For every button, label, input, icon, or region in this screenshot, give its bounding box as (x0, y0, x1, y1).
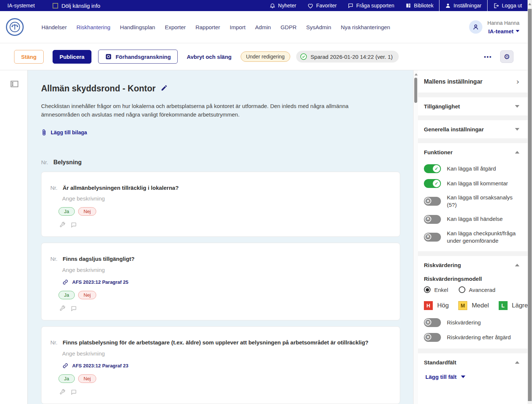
toggle-label: Kan lägga checkpunkt/fråga under genomfö… (447, 230, 522, 245)
nav-item-gdpr[interactable]: GDPR (281, 24, 297, 30)
toggle-risk-assessment[interactable]: ✕ (424, 318, 441, 327)
wrench-icon[interactable] (59, 389, 66, 395)
toggle-knob-x-icon: ✕ (425, 216, 431, 222)
risk-levels: H Hög M Medel L Lägre (418, 298, 528, 315)
question-tools (59, 389, 391, 395)
collapse-sidebar-button[interactable] (10, 82, 19, 88)
regulation-link-label: AFS 2023:12 Paragraf 25 (72, 279, 128, 285)
toggle-knob-x-icon: ✕ (425, 319, 431, 326)
team-selector[interactable]: IA-teamet (488, 28, 519, 34)
risk-header[interactable]: Riskvärdering (418, 256, 528, 274)
question-text[interactable]: Finns platsbelysning för de arbetstagare… (63, 339, 368, 347)
nav-item-admin[interactable]: Admin (255, 24, 271, 30)
description-placeholder[interactable]: Ange beskrivning (62, 195, 391, 202)
answer-yes-chip[interactable]: Ja (58, 207, 75, 216)
settings-button[interactable]: Inställningar (439, 0, 487, 11)
availability-header[interactable]: Tillgänglighet (418, 97, 528, 115)
company-logo[interactable] (6, 18, 24, 36)
preview-button[interactable]: Förhandsgranskning (98, 50, 178, 64)
regulation-link[interactable]: AFS 2023:12 Paragraf 23 (62, 363, 391, 369)
panel-toggle-icon (10, 81, 19, 87)
toggle-add-root-cause[interactable]: ✕ (424, 197, 441, 206)
scales-emblem-icon (9, 21, 20, 33)
wrench-icon[interactable] (59, 222, 66, 228)
toggle-risk-after-action[interactable]: ✕ (424, 333, 441, 342)
nav-item-exporter[interactable]: Exporter (165, 24, 186, 30)
toggle-row: ✕ Riskvärdering (418, 315, 528, 330)
radio-advanced[interactable]: Avancerad (459, 286, 495, 293)
support-button[interactable]: Fråga supporten (342, 0, 400, 11)
user-name: Hanna Hanna (488, 20, 519, 26)
content-scrollbar[interactable] (413, 70, 418, 404)
wrench-icon[interactable] (59, 305, 66, 312)
general-settings-title: Generella inställningar (424, 126, 484, 132)
description-placeholder[interactable]: Ange beskrivning (62, 350, 391, 357)
template-settings-header[interactable]: Mallens inställningar › (418, 70, 528, 92)
page-scrollbar-thumb[interactable] (528, 9, 532, 401)
chevron-up-icon (515, 151, 519, 154)
settings-gear-button[interactable]: ⚙ (500, 50, 513, 63)
add-attachment-button[interactable]: Lägg till bilaga (41, 129, 413, 136)
section-name[interactable]: Belysning (53, 159, 81, 166)
link-icon (62, 279, 68, 285)
nav-item-handlingsplan[interactable]: Handlingsplan (120, 24, 155, 30)
publish-button[interactable]: Publicera (53, 50, 92, 64)
content-scrollbar-thumb[interactable] (414, 78, 417, 103)
edit-title-button[interactable] (161, 84, 168, 93)
nav-item-sysadmin[interactable]: SysAdmin (306, 24, 331, 30)
toggle-label: Kan lägga till orsaksanalys (5?) (447, 194, 522, 209)
answer-yes-chip[interactable]: Ja (58, 291, 75, 299)
question-row: Nr. Finns dagsljus tillgängligt? (50, 255, 391, 263)
library-button[interactable]: Bibliotek (400, 0, 439, 11)
avatar[interactable] (469, 20, 482, 34)
question-text[interactable]: Finns dagsljus tillgängligt? (63, 255, 134, 263)
functions-header[interactable]: Funktioner (418, 143, 528, 161)
risk-title: Riskvärdering (424, 262, 461, 268)
regulation-link[interactable]: AFS 2023:12 Paragraf 25 (62, 279, 391, 285)
news-button[interactable]: Nyheter (264, 0, 302, 11)
question-nr-label: Nr. (50, 185, 57, 191)
toggle-add-checkpoint[interactable]: ✕ (424, 233, 441, 242)
preview-icon (105, 53, 112, 60)
answer-no-chip[interactable]: Nej (78, 291, 97, 299)
nav-item-rapporter[interactable]: Rapporter (195, 24, 220, 30)
favorites-button[interactable]: Favoriter (302, 0, 342, 11)
chevron-up-icon (515, 264, 519, 266)
question-card: Nr. Finns dagsljus tillgängligt? Ange be… (41, 243, 400, 320)
add-field-button[interactable]: Lägg till fält (418, 371, 528, 391)
general-settings-header[interactable]: Generella inställningar (418, 120, 528, 138)
scroll-up-arrow-icon[interactable] (528, 3, 531, 5)
comment-icon[interactable] (70, 222, 77, 228)
description-placeholder[interactable]: Ange beskrivning (62, 267, 391, 273)
answer-no-chip[interactable]: Nej (78, 207, 97, 216)
radio-simple[interactable]: Enkel (424, 286, 448, 293)
standard-fields-header[interactable]: Standardfält (418, 353, 528, 371)
nav-item-handelser[interactable]: Händelser (41, 24, 67, 30)
nav-user-area: Hanna Hanna IA-teamet (469, 20, 519, 34)
nav-item-riskhantering[interactable]: Riskhantering (76, 24, 110, 30)
question-card: Nr. Är allmänbelysningen tillräcklig i l… (41, 172, 400, 237)
toggle-label: Kan lägga till kommentar (447, 180, 508, 187)
question-text[interactable]: Är allmänbelysningen tillräcklig i lokal… (63, 184, 178, 192)
discard-link[interactable]: Avbryt och släng (187, 54, 231, 60)
toggle-add-action[interactable]: ✓ (424, 164, 441, 173)
logout-button[interactable]: Logga ut (488, 0, 528, 11)
hide-sensitive-toggle[interactable]: Dölj känslig info (53, 3, 100, 9)
risk-low-label: Lägre (512, 302, 528, 309)
close-button[interactable]: Stäng (14, 50, 44, 64)
app-brand[interactable]: IA-systemet (7, 3, 35, 9)
more-options-button[interactable]: ••• (484, 54, 492, 60)
nav-item-nya-riskhanteringen[interactable]: Nya riskhanteringen (341, 24, 390, 30)
add-attachment-label: Lägg till bilaga (51, 129, 87, 135)
comment-icon[interactable] (70, 305, 77, 312)
scroll-up-arrow-icon[interactable] (415, 73, 418, 75)
hide-sensitive-checkbox[interactable] (53, 3, 58, 9)
answer-no-chip[interactable]: Nej (78, 374, 97, 383)
nav-item-import[interactable]: Import (230, 24, 246, 30)
answer-yes-chip[interactable]: Ja (58, 374, 75, 383)
chevron-up-icon (515, 361, 519, 364)
comment-icon[interactable] (70, 389, 77, 395)
toggle-add-event[interactable]: ✕ (424, 215, 441, 224)
page-scrollbar[interactable] (528, 0, 532, 404)
toggle-add-comment[interactable]: ✓ (424, 179, 441, 188)
